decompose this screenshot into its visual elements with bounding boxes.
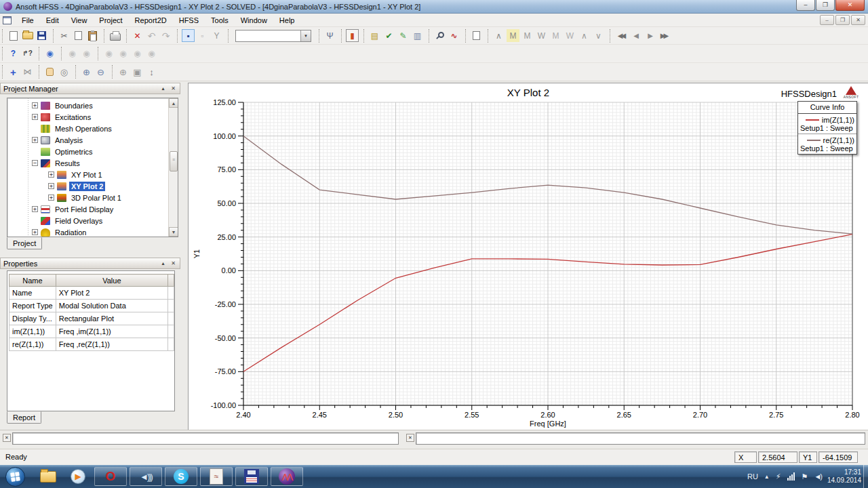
start-button[interactable] [5, 467, 25, 487]
tab-project[interactable]: Project [7, 237, 42, 249]
wave-peak-icon[interactable]: ∧ [492, 29, 505, 42]
visibility-lock-4-icon[interactable]: ◉ [145, 47, 158, 60]
panel-close-icon[interactable]: ✕ [169, 84, 178, 93]
zoom-window-icon[interactable]: ⊕ [117, 66, 130, 79]
tree-item-boundaries[interactable]: +Boundaries [7, 100, 168, 111]
select-mode-icon[interactable]: ▪ [182, 29, 195, 42]
delete-icon[interactable]: ✕ [131, 29, 144, 42]
scroll-up-icon[interactable]: ▲ [169, 98, 178, 108]
progress-bar-close-icon[interactable]: ✕ [406, 434, 414, 442]
rotate-view-icon[interactable]: ◎ [58, 66, 71, 79]
show-desktop-button[interactable] [863, 465, 868, 488]
expand-icon[interactable]: + [48, 171, 54, 178]
power-plug-icon[interactable]: ⚡ [776, 472, 781, 481]
mdi-minimize-button[interactable]: – [820, 15, 834, 25]
property-row[interactable]: Display Ty...Rectangular Plot [9, 312, 174, 325]
menu-window[interactable]: Window [235, 14, 273, 26]
expand-icon[interactable]: + [48, 195, 54, 201]
help-doc-icon[interactable]: ? [7, 47, 20, 60]
scrollbar-thumb[interactable]: ≡ [170, 151, 178, 171]
menu-edit[interactable]: Edit [40, 14, 65, 26]
expand-icon[interactable]: + [32, 102, 38, 108]
property-row[interactable]: Report TypeModal Solution Data [9, 300, 174, 312]
menu-view[interactable]: View [65, 14, 94, 26]
nav-prev-icon[interactable]: ◀ [629, 29, 642, 42]
cut-icon[interactable]: ✂ [58, 29, 71, 42]
restore-button[interactable]: ❐ [816, 0, 835, 11]
results-plot-icon[interactable]: ∿ [448, 29, 460, 42]
menu-report2d[interactable]: Report2D [129, 14, 173, 26]
panel-collapse-icon[interactable]: ▴ [159, 84, 167, 93]
menu-project[interactable]: Project [93, 14, 128, 26]
panel-collapse-icon[interactable]: ▴ [159, 259, 167, 268]
insert-object-icon[interactable]: + [7, 66, 20, 79]
tree-item-xy-plot-2[interactable]: +XY Plot 2 [7, 180, 168, 192]
hfss-document-icon[interactable]: ≈ [200, 467, 233, 486]
minimize-button[interactable]: – [796, 0, 815, 11]
solver-tool-icon[interactable]: ▮ [346, 29, 359, 42]
tab-report[interactable]: Report [7, 411, 41, 424]
zoom-out-select-icon[interactable]: ⊖ [94, 66, 107, 79]
solution-data-icon[interactable]: ▥ [411, 29, 424, 42]
wave-m-highlight-icon[interactable]: M [507, 29, 519, 42]
paste-icon[interactable] [86, 29, 99, 42]
menu-tools[interactable]: Tools [205, 14, 235, 26]
scroll-down-icon[interactable]: ▼ [169, 227, 178, 237]
sweep-tool-icon[interactable]: Ψ [323, 29, 336, 42]
visibility-lock-1-icon[interactable]: ◉ [102, 47, 115, 60]
validate-icon[interactable]: ▤ [368, 29, 381, 42]
nav-first-icon[interactable]: ◀◀ [614, 29, 627, 42]
axes-view-icon[interactable]: ↕ [145, 66, 158, 79]
nav-last-icon[interactable]: ▶▶ [657, 29, 670, 42]
tree-item-analysis[interactable]: +Analysis [7, 134, 168, 146]
windows-explorer-icon[interactable] [35, 466, 62, 487]
visibility-hide-1-icon[interactable]: ◉ [66, 47, 79, 60]
new-file-icon[interactable] [7, 29, 20, 42]
tree-item-radiation[interactable]: +Radiation [7, 226, 168, 237]
menu-help[interactable]: Help [273, 14, 301, 26]
clock[interactable]: 17:31 14.09.2014 [827, 468, 861, 485]
zoom-tool-icon[interactable] [433, 29, 446, 42]
property-row[interactable]: re(Z(1,1))Freq ,re(Z(1,1)) [9, 338, 174, 351]
hidden-icons-chevron-icon[interactable]: ▲ [764, 474, 770, 480]
tree-item-mesh-operations[interactable]: Mesh Operations [7, 123, 168, 134]
undo-icon[interactable]: ↶ [145, 29, 158, 42]
wave-w-icon[interactable]: W [535, 29, 548, 42]
menu-file[interactable]: File [16, 14, 40, 26]
visibility-lock-2-icon[interactable]: ◉ [117, 47, 130, 60]
context-help-icon[interactable]: ↱? [21, 47, 34, 60]
wave-m-icon[interactable]: M [521, 29, 534, 42]
expand-icon[interactable]: + [32, 206, 38, 212]
language-indicator[interactable]: RU [747, 472, 758, 481]
action-center-flag-icon[interactable]: ⚑ [802, 472, 808, 481]
save-file-icon[interactable] [35, 29, 48, 42]
column-header-value[interactable]: Value [56, 274, 167, 287]
deselect-mode-icon[interactable]: ▫ [196, 29, 209, 42]
xy-plot-canvas[interactable]: 2.402.452.502.552.602.652.702.752.80-100… [189, 83, 868, 430]
mdi-close-button[interactable]: ✕ [851, 15, 865, 25]
tree-item-optimetrics[interactable]: Optimetrics [7, 146, 168, 157]
tree-item-xy-plot-1[interactable]: +XY Plot 1 [7, 169, 168, 180]
visibility-lock-3-icon[interactable]: ◉ [131, 47, 144, 60]
tree-scrollbar[interactable]: ▲ ≡ ▼ [168, 98, 178, 237]
open-file-icon[interactable] [21, 29, 34, 42]
volume-app-icon[interactable]: ◄))) [130, 467, 162, 486]
speaker-icon[interactable]: ◄) [814, 472, 821, 481]
save-tool-app-icon[interactable] [235, 467, 268, 486]
close-button[interactable]: ✕ [835, 0, 865, 11]
tree-item-field-overlays[interactable]: Field Overlays [7, 215, 168, 226]
zoom-in-select-icon[interactable]: ⊕ [80, 66, 93, 79]
dart-tool-icon[interactable]: ⋈ [21, 66, 34, 79]
property-row[interactable]: NameXY Plot 2 [9, 287, 174, 300]
copy-icon[interactable] [72, 29, 85, 42]
print-icon[interactable] [108, 29, 121, 42]
ansoft-app-taskbar-icon[interactable]: ⋀⋀ [271, 467, 303, 486]
network-signal-icon[interactable] [787, 472, 795, 481]
wave-up-icon[interactable]: ∧ [578, 29, 591, 42]
wave-down-icon[interactable]: ∨ [592, 29, 605, 42]
pan-tool-icon[interactable] [43, 66, 56, 79]
wave-w2-icon[interactable]: W [564, 29, 576, 42]
panel-close-icon[interactable]: ✕ [169, 259, 178, 268]
visibility-show-icon[interactable]: ◉ [43, 47, 56, 60]
wave-m2-icon[interactable]: M [549, 29, 562, 42]
